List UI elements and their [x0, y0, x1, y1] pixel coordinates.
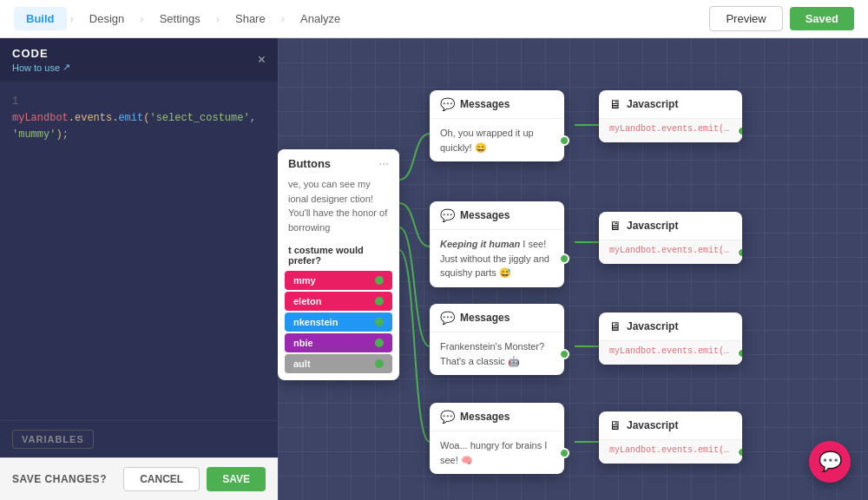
message-node-2: 💬 Messages Keeping it human I see! Just … [430, 201, 564, 287]
js4-header: 🖥 Javascript [599, 411, 742, 439]
message-icon: 💬 [440, 97, 455, 111]
js-icon: 🖥 [609, 418, 621, 432]
chat-fab-button[interactable]: 💬 [809, 441, 851, 483]
msg1-header: 💬 Messages [430, 90, 564, 119]
message-icon: 💬 [440, 208, 455, 222]
save-button[interactable]: SAVE [207, 467, 266, 491]
tab-analyze[interactable]: Analyze [288, 7, 352, 30]
chat-icon: 💬 [819, 451, 842, 473]
js1-header: 🖥 Javascript [599, 90, 742, 118]
save-bar: SAVE CHANGES? CANCEL SAVE [0, 457, 278, 500]
nav-actions: Preview Saved [709, 6, 854, 31]
js1-title: Javascript [627, 98, 678, 110]
js1-out-connector [737, 126, 742, 136]
code-title: CODE [12, 47, 70, 60]
js3-header: 🖥 Javascript [599, 312, 742, 340]
js1-body: myLandbot.events.emit('select_cos [599, 118, 742, 142]
tab-settings[interactable]: Settings [148, 7, 213, 30]
js-node-4: 🖥 Javascript myLandbot.events.emit('sele… [599, 411, 742, 464]
btn-option-zombie[interactable]: nbie [285, 333, 392, 352]
preview-button[interactable]: Preview [709, 6, 782, 31]
sep2: › [140, 12, 143, 25]
btn-option-skeleton[interactable]: eleton [285, 292, 392, 311]
js4-out-connector [737, 447, 742, 457]
js-node-2: 🖥 Javascript myLandbot.events.emit('sele… [599, 212, 742, 264]
btn-option-dot [375, 297, 384, 306]
cancel-button[interactable]: CANCEL [123, 467, 200, 491]
top-nav: Build › Design › Settings › Share › Anal… [0, 0, 868, 38]
btn-option-dot [375, 276, 384, 285]
canvas[interactable]: Buttons ··· ve, you can see my ional des… [278, 38, 868, 500]
message-node-4: 💬 Messages Woa... hungry for brains I se… [430, 403, 564, 474]
js-icon: 🖥 [609, 97, 621, 111]
tab-design[interactable]: Design [77, 7, 136, 30]
saved-button[interactable]: Saved [790, 7, 854, 30]
btn-option-default[interactable]: ault [285, 354, 392, 373]
btn-option-frankenstein[interactable]: nkenstein [285, 312, 392, 332]
msg1-title: Messages [460, 98, 510, 110]
message-icon: 💬 [440, 410, 455, 424]
buttons-node-body: ve, you can see my ional designer ction!… [278, 177, 399, 241]
msg2-body: Keeping it human I see! Just without the… [430, 230, 564, 287]
variables-button[interactable]: VARIABLES [12, 430, 94, 449]
tab-share[interactable]: Share [223, 7, 278, 30]
code-panel-header: CODE How to use ↗ × [0, 38, 278, 82]
js-icon: 🖥 [609, 219, 621, 233]
msg2-title: Messages [460, 209, 510, 221]
js3-body: myLandbot.events.emit('select_cos [599, 340, 742, 365]
variables-bar: VARIABLES [0, 420, 278, 457]
save-actions: CANCEL SAVE [123, 467, 266, 491]
buttons-node-menu[interactable]: ··· [378, 156, 389, 170]
buttons-node-question: t costume would prefer? [278, 241, 399, 269]
msg2-header: 💬 Messages [430, 201, 564, 230]
msg1-body: Oh, you wrapped it up quickly! 😄 [430, 119, 564, 161]
msg2-out-connector [559, 253, 569, 264]
save-changes-label: SAVE CHANGES? [12, 473, 107, 485]
js4-title: Javascript [627, 419, 678, 431]
msg4-out-connector [559, 448, 569, 458]
msg3-title: Messages [460, 312, 510, 324]
sep3: › [216, 12, 220, 25]
msg3-header: 💬 Messages [430, 304, 564, 332]
btn-option-dot [375, 359, 384, 368]
message-node-3: 💬 Messages Frankenstein's Monster? That'… [430, 304, 564, 375]
js2-title: Javascript [627, 220, 678, 232]
js4-body: myLandbot.events.emit('select_cos [599, 439, 742, 464]
msg1-out-connector [559, 135, 569, 146]
msg4-body: Woa... hungry for brains I see! 🧠 [430, 431, 564, 474]
js2-body: myLandbot.events.emit('select_cos [599, 240, 742, 264]
close-icon[interactable]: × [258, 53, 266, 67]
message-node-1: 💬 Messages Oh, you wrapped it up quickly… [430, 90, 564, 161]
msg3-out-connector [559, 349, 569, 359]
js2-out-connector [737, 247, 742, 258]
msg4-header: 💬 Messages [430, 403, 564, 431]
js3-out-connector [737, 348, 742, 359]
msg3-body: Frankenstein's Monster? That's a classic… [430, 332, 564, 375]
code-editor[interactable]: 1 myLandbot.events.emit('select_costume'… [0, 82, 278, 420]
btn-option-dot [375, 318, 384, 326]
buttons-node: Buttons ··· ve, you can see my ional des… [278, 149, 399, 380]
js2-header: 🖥 Javascript [599, 212, 742, 240]
js-icon: 🖥 [609, 319, 621, 333]
main-container: CODE How to use ↗ × 1 myLandbot.events.e… [0, 38, 868, 500]
btn-option-mummy[interactable]: mmy [285, 271, 392, 290]
code-panel: CODE How to use ↗ × 1 myLandbot.events.e… [0, 38, 278, 500]
btn-option-dot [375, 339, 384, 347]
js-node-3: 🖥 Javascript myLandbot.events.emit('sele… [599, 312, 742, 365]
sep1: › [70, 12, 74, 25]
message-icon: 💬 [440, 311, 455, 325]
how-to-link[interactable]: How to use ↗ [12, 62, 70, 73]
nav-tabs: Build › Design › Settings › Share › Anal… [14, 7, 709, 30]
buttons-node-title: Buttons [288, 157, 331, 170]
code-line-1: 1 myLandbot.events.emit('select_costume'… [12, 94, 266, 144]
sep4: › [281, 12, 285, 25]
msg4-title: Messages [460, 411, 510, 423]
tab-build[interactable]: Build [14, 7, 67, 30]
buttons-node-header: Buttons ··· [278, 149, 399, 177]
js-node-1: 🖥 Javascript myLandbot.events.emit('sele… [599, 90, 742, 142]
js3-title: Javascript [627, 320, 678, 332]
